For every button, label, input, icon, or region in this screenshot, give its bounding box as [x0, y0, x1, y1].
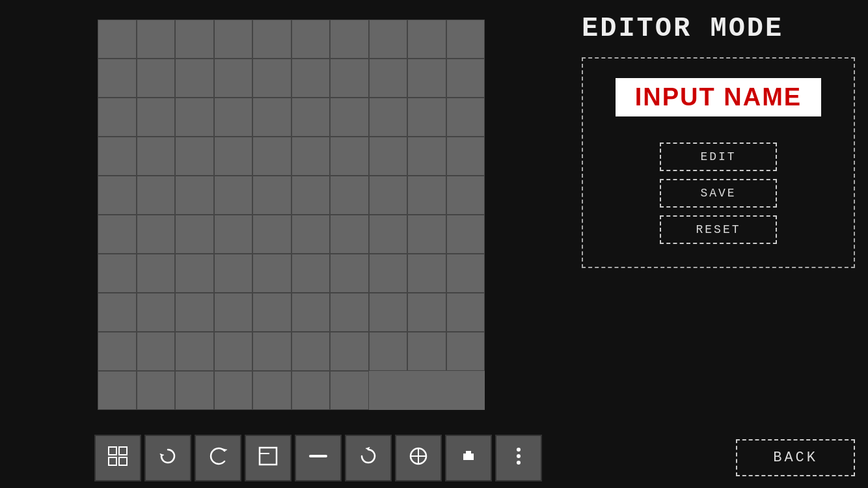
grid-cell[interactable] [330, 332, 369, 371]
grid-cell[interactable] [252, 371, 292, 410]
grid-cell[interactable] [330, 20, 369, 59]
grid-cell[interactable] [292, 59, 331, 98]
tool-button-3[interactable] [195, 435, 241, 481]
grid-cell[interactable] [292, 137, 331, 176]
grid-cell[interactable] [98, 371, 137, 410]
grid-cell[interactable] [330, 293, 369, 332]
grid-cell[interactable] [252, 293, 292, 332]
grid-cell[interactable] [369, 332, 408, 371]
grid-cell[interactable] [292, 98, 331, 137]
input-name-display[interactable]: INPUT NAME [616, 78, 821, 116]
grid-cell[interactable] [252, 254, 292, 293]
grid-cell[interactable] [214, 332, 253, 371]
grid-cell[interactable] [407, 20, 446, 59]
tool-button-6[interactable] [345, 435, 392, 481]
grid-cell[interactable] [98, 137, 137, 176]
grid-cell[interactable] [407, 176, 446, 215]
grid-cell[interactable] [369, 137, 408, 176]
grid-cell[interactable] [175, 254, 214, 293]
grid-cell[interactable] [98, 293, 137, 332]
tool-button-9[interactable] [495, 435, 542, 481]
grid-cell[interactable] [252, 215, 292, 254]
grid-cell[interactable] [137, 137, 176, 176]
grid-cell[interactable] [98, 254, 137, 293]
grid-cell[interactable] [330, 254, 369, 293]
grid-cell[interactable] [369, 293, 408, 332]
save-button[interactable]: SAVE [660, 179, 777, 208]
grid-cell[interactable] [446, 137, 485, 176]
grid-cell[interactable] [214, 176, 253, 215]
grid-cell[interactable] [214, 137, 253, 176]
grid-cell[interactable] [175, 371, 214, 410]
grid-cell[interactable] [175, 176, 214, 215]
grid-cell[interactable] [330, 176, 369, 215]
grid-cell[interactable] [98, 59, 137, 98]
grid-cell[interactable] [252, 332, 292, 371]
grid-cell[interactable] [330, 59, 369, 98]
grid-cell[interactable] [252, 20, 292, 59]
grid-cell[interactable] [175, 98, 214, 137]
grid-cell[interactable] [407, 59, 446, 98]
edit-button[interactable]: EDIT [660, 142, 777, 171]
grid-cell[interactable] [137, 20, 176, 59]
grid-cell[interactable] [292, 254, 331, 293]
grid-cell[interactable] [98, 215, 137, 254]
grid-cell[interactable] [98, 176, 137, 215]
grid-cell[interactable] [292, 20, 331, 59]
tool-button-4[interactable] [245, 435, 292, 481]
grid-cell[interactable] [214, 59, 253, 98]
grid-cell[interactable] [175, 137, 214, 176]
grid-cell[interactable] [175, 293, 214, 332]
grid-cell[interactable] [330, 98, 369, 137]
grid-cell[interactable] [446, 98, 485, 137]
tool-button-1[interactable] [94, 435, 141, 481]
grid-cell[interactable] [292, 332, 331, 371]
grid-cell[interactable] [446, 332, 485, 371]
grid-cell[interactable] [369, 59, 408, 98]
grid-cell[interactable] [407, 137, 446, 176]
grid-cell[interactable] [446, 215, 485, 254]
grid-cell[interactable] [137, 332, 176, 371]
grid-cell[interactable] [369, 176, 408, 215]
tool-button-5[interactable] [295, 435, 342, 481]
grid-cell[interactable] [446, 176, 485, 215]
grid-cell[interactable] [252, 98, 292, 137]
grid-cell[interactable] [214, 98, 253, 137]
grid-cell[interactable] [252, 137, 292, 176]
grid-cell[interactable] [446, 293, 485, 332]
grid-cell[interactable] [369, 215, 408, 254]
grid-cell[interactable] [175, 332, 214, 371]
grid-cell[interactable] [330, 371, 369, 410]
editor-grid[interactable] [98, 20, 485, 410]
grid-cell[interactable] [137, 176, 176, 215]
grid-cell[interactable] [98, 20, 137, 59]
grid-cell[interactable] [407, 332, 446, 371]
grid-cell[interactable] [175, 20, 214, 59]
grid-cell[interactable] [175, 215, 214, 254]
grid-cell[interactable] [446, 254, 485, 293]
tool-button-7[interactable] [395, 435, 442, 481]
grid-cell[interactable] [369, 20, 408, 59]
grid-cell[interactable] [407, 215, 446, 254]
grid-cell[interactable] [446, 20, 485, 59]
grid-cell[interactable] [137, 59, 176, 98]
grid-cell[interactable] [214, 254, 253, 293]
grid-cell[interactable] [214, 215, 253, 254]
grid-cell[interactable] [98, 98, 137, 137]
grid-cell[interactable] [330, 215, 369, 254]
tool-button-8[interactable] [445, 435, 492, 481]
grid-cell[interactable] [137, 254, 176, 293]
grid-cell[interactable] [407, 254, 446, 293]
tool-button-2[interactable] [144, 435, 191, 481]
back-button[interactable]: BACK [736, 439, 855, 476]
grid-cell[interactable] [407, 293, 446, 332]
grid-cell[interactable] [252, 176, 292, 215]
grid-cell[interactable] [214, 20, 253, 59]
grid-cell[interactable] [214, 293, 253, 332]
grid-cell[interactable] [446, 59, 485, 98]
grid-cell[interactable] [98, 332, 137, 371]
grid-cell[interactable] [292, 215, 331, 254]
grid-cell[interactable] [137, 98, 176, 137]
grid-cell[interactable] [292, 293, 331, 332]
grid-cell[interactable] [292, 176, 331, 215]
